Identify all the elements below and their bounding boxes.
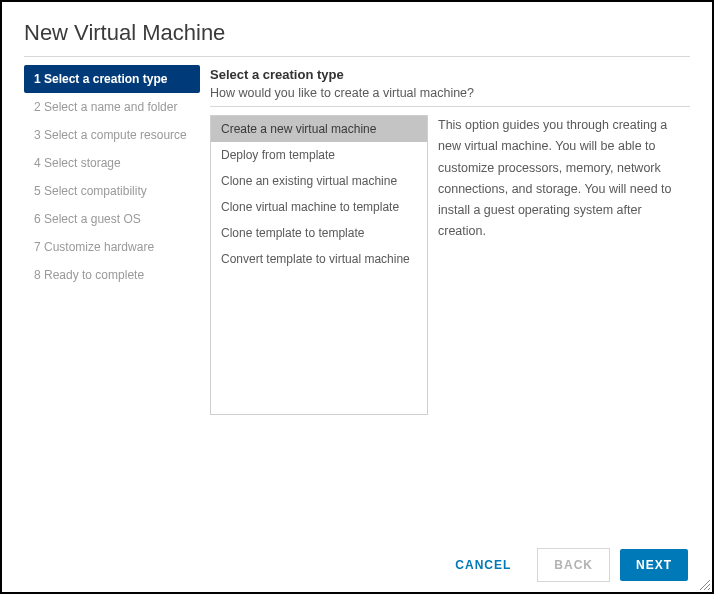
step-2-select-name-folder[interactable]: 2 Select a name and folder bbox=[24, 93, 200, 121]
cancel-button[interactable]: CANCEL bbox=[439, 549, 527, 581]
back-button: BACK bbox=[537, 548, 610, 582]
creation-type-listbox: Create a new virtual machine Deploy from… bbox=[210, 115, 428, 415]
option-create-new-vm[interactable]: Create a new virtual machine bbox=[211, 116, 427, 142]
creation-type-scroll[interactable]: Create a new virtual machine Deploy from… bbox=[211, 116, 427, 414]
main-divider bbox=[210, 106, 690, 107]
option-description: This option guides you through creating … bbox=[438, 115, 690, 415]
dialog-content: 1 Select a creation type 2 Select a name… bbox=[24, 65, 690, 415]
option-clone-vm-to-template[interactable]: Clone virtual machine to template bbox=[211, 194, 427, 220]
new-vm-dialog: New Virtual Machine 1 Select a creation … bbox=[2, 2, 712, 415]
panels: Create a new virtual machine Deploy from… bbox=[210, 115, 690, 415]
dialog-footer: CANCEL BACK NEXT bbox=[439, 548, 688, 582]
main-subheading: How would you like to create a virtual m… bbox=[210, 86, 690, 100]
step-3-select-compute-resource[interactable]: 3 Select a compute resource bbox=[24, 121, 200, 149]
main-panel: Select a creation type How would you lik… bbox=[210, 65, 690, 415]
main-heading: Select a creation type bbox=[210, 67, 690, 82]
step-4-select-storage[interactable]: 4 Select storage bbox=[24, 149, 200, 177]
option-clone-template-to-template[interactable]: Clone template to template bbox=[211, 220, 427, 246]
step-7-customize-hardware[interactable]: 7 Customize hardware bbox=[24, 233, 200, 261]
option-clone-existing-vm[interactable]: Clone an existing virtual machine bbox=[211, 168, 427, 194]
title-divider bbox=[24, 56, 690, 57]
wizard-steps-sidebar: 1 Select a creation type 2 Select a name… bbox=[24, 65, 200, 415]
dialog-title: New Virtual Machine bbox=[24, 20, 690, 46]
next-button[interactable]: NEXT bbox=[620, 549, 688, 581]
option-deploy-from-template[interactable]: Deploy from template bbox=[211, 142, 427, 168]
step-1-select-creation-type[interactable]: 1 Select a creation type bbox=[24, 65, 200, 93]
option-convert-template-to-vm[interactable]: Convert template to virtual machine bbox=[211, 246, 427, 272]
step-5-select-compatibility[interactable]: 5 Select compatibility bbox=[24, 177, 200, 205]
step-8-ready-to-complete[interactable]: 8 Ready to complete bbox=[24, 261, 200, 289]
step-6-select-guest-os[interactable]: 6 Select a guest OS bbox=[24, 205, 200, 233]
resize-handle-icon[interactable] bbox=[700, 580, 710, 590]
